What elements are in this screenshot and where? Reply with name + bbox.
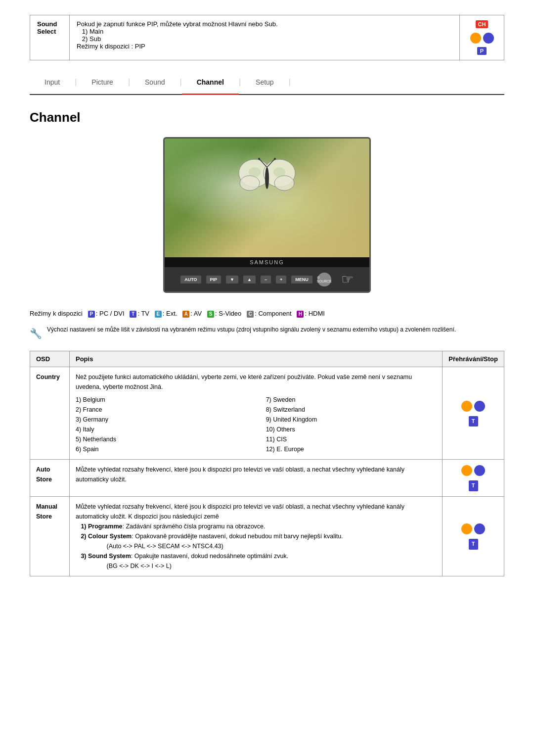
ctrl-down[interactable]: ▼ [226,276,238,284]
play-blue-icon [474,401,485,412]
modes-legend: Režimy k dispozici P: PC / DVI T: TV E: … [30,308,504,319]
badge-a-icon: A [182,311,189,318]
col-play-stop: Přehrávání/Stop [443,351,504,367]
sound-select-label: Sound Select [30,15,70,60]
page-title: Channel [30,110,504,125]
nav-channel[interactable]: Channel [182,75,239,89]
svg-point-8 [274,158,276,160]
note-text: Výchozí nastavení se může lišit v závisl… [47,325,456,334]
tv-controls: AUTO PIP ▼ ▲ – + MENU ⊙SOURCE ☞ [165,267,369,291]
svg-point-4 [265,167,269,189]
tv-container: SAMSUNG AUTO PIP ▼ ▲ – + MENU ⊙SOURCE ☞ [30,137,504,293]
nav-bar-inner: Input | Picture | Sound | Channel | Setu… [30,75,504,89]
play-blue-icon3 [474,523,485,534]
top-section: Sound Select Pokud je zapnutí funkce PIP… [0,0,534,70]
main-content: Channel [0,95,534,591]
country-play-icon: T [443,367,504,460]
nav-bar: Input | Picture | Sound | Channel | Setu… [30,70,504,95]
col-popis: Popis [70,351,443,367]
sound-select-icons: CH P [460,15,504,60]
ctrl-menu[interactable]: MENU [291,276,312,284]
col-osd: OSD [30,351,70,367]
country-description: Než použijete funkci automatického uklád… [70,367,443,460]
nav-input[interactable]: Input [30,75,75,89]
ch-badge: CH [476,20,489,28]
svg-point-10 [273,167,285,177]
play-orange-icon2 [461,465,472,476]
nav-sound[interactable]: Sound [130,75,179,89]
p-badge: P [477,47,487,55]
t-badge2: T [469,480,478,491]
note-box: 🔧 Výchozí nastavení se může lišit v závi… [30,325,504,341]
play-orange-icon3 [461,523,472,534]
table-row: Manual Store Můžete vyhledat rozsahy fre… [30,496,504,576]
t-badge3: T [469,539,478,550]
sound-select-description: Pokud je zapnutí funkce PIP, můžete vybr… [70,15,460,60]
auto-store-description: Můžete vyhledat rozsahy frekvencí, které… [70,460,443,497]
table-row: Country Než použijete funkci automatické… [30,367,504,460]
ctrl-pip[interactable]: PIP [206,276,222,284]
svg-point-9 [249,167,261,177]
svg-point-1 [240,176,260,190]
ctrl-auto[interactable]: AUTO [180,276,201,284]
osd-auto-store: Auto Store [30,460,70,497]
circle-blue-icon [483,33,494,44]
play-orange-icon [461,401,472,412]
ctrl-plus[interactable]: + [276,276,286,284]
note-icon: 🔧 [30,326,42,341]
hand-pointer-icon: ☞ [341,271,354,287]
manual-store-play-icon: T [443,496,504,576]
butterfly-image [237,153,297,203]
badge-p-icon: P [88,311,95,318]
table-row: Auto Store Můžete vyhledat rozsahy frekv… [30,460,504,497]
manual-store-description: Můžete vyhledat rozsahy frekvencí, které… [70,496,443,576]
badge-h-icon: H [297,311,304,318]
badge-t-icon: T [130,311,136,318]
nav-picture[interactable]: Picture [77,75,128,89]
circle-orange-icon [470,33,481,44]
play-blue-icon2 [474,465,485,476]
ctrl-minus[interactable]: – [261,276,271,284]
t-badge: T [469,416,478,427]
data-table: OSD Popis Přehrávání/Stop Country Než po… [30,351,504,576]
tv-brand: SAMSUNG [165,257,369,267]
badge-s-icon: S [207,311,214,318]
ctrl-up[interactable]: ▲ [243,276,256,284]
svg-point-6 [258,158,260,160]
top-table: Sound Select Pokud je zapnutí funkce PIP… [30,15,504,60]
auto-store-play-icon: T [443,460,504,497]
osd-manual-store: Manual Store [30,496,70,576]
osd-country: Country [30,367,70,460]
svg-point-3 [274,176,294,190]
badge-e-icon: E [155,311,162,318]
badge-c-icon: C [247,311,254,318]
tv-screen [165,139,369,257]
nav-setup[interactable]: Setup [241,75,289,89]
ctrl-source[interactable]: ⊙SOURCE [317,273,331,286]
tv-display: SAMSUNG AUTO PIP ▼ ▲ – + MENU ⊙SOURCE ☞ [163,137,371,293]
